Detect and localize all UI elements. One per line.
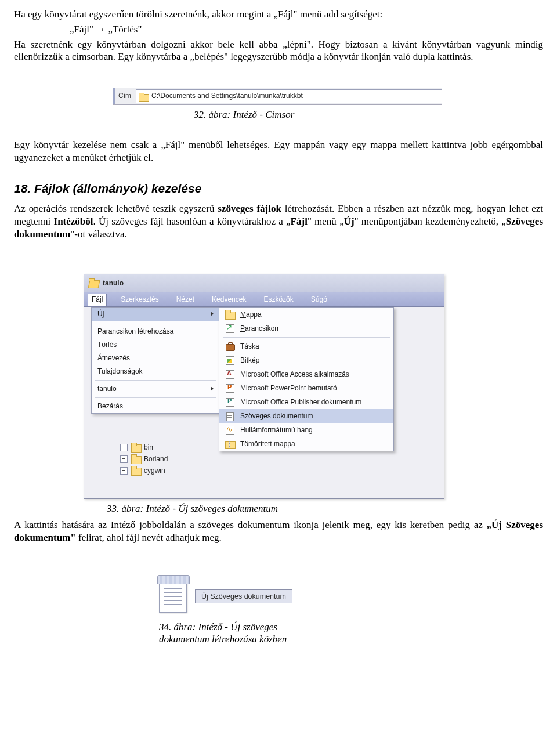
- submenu-label: Táska: [240, 342, 259, 351]
- paragraph: Ha egy könyvtárat egyszerűen törölni sze…: [14, 8, 543, 21]
- paragraph: A kattintás hatására az Intéző jobboldal…: [14, 519, 543, 544]
- submenu-item[interactable]: Mappa: [219, 308, 393, 321]
- paragraph: Egy könyvtár kezelése nem csak a „Fájl" …: [14, 139, 543, 164]
- figure-33: tanulo Fájl Szerkesztés Nézet Kedvencek …: [84, 274, 543, 499]
- explorer-window: tanulo Fájl Szerkesztés Nézet Kedvencek …: [84, 274, 444, 499]
- address-bar: Cím C:\Documents and Settings\tanulo\mun…: [113, 88, 442, 105]
- paragraph: Az operációs rendszerek lehetővé teszik …: [14, 202, 543, 240]
- submenu-item[interactable]: Microsoft PowerPoint bemutató: [219, 381, 393, 395]
- menu-item-file[interactable]: Fájl: [88, 294, 107, 305]
- submenu-item[interactable]: Microsoft Office Access alkalmazás: [219, 367, 393, 381]
- figure-33-caption: 33. ábra: Intéző - Új szöveges dokumentu…: [107, 502, 543, 515]
- menu-item-help[interactable]: Súgó: [308, 294, 331, 305]
- menu-item-tools[interactable]: Eszközök: [260, 294, 296, 305]
- address-path: C:\Documents and Settings\tanulo\munka\t…: [151, 92, 303, 100]
- submenu-item[interactable]: Táska: [219, 339, 393, 353]
- pub-icon: [225, 397, 234, 407]
- tree-item[interactable]: +cygwin: [93, 465, 168, 476]
- bag-icon: [225, 342, 234, 351]
- menu-item-favorites[interactable]: Kedvencek: [208, 294, 249, 305]
- submenu-label: Microsoft Office Publisher dokumentum: [240, 398, 361, 407]
- tree-item[interactable]: +bin: [93, 442, 168, 453]
- menu-new[interactable]: Új: [92, 308, 219, 321]
- folder-icon: [131, 454, 140, 464]
- submenu-label: Bitkép: [240, 356, 259, 365]
- figure-34-caption: 34. ábra: Intéző - Új szöveges dokumentu…: [159, 621, 379, 646]
- chevron-right-icon: [211, 312, 214, 316]
- folder-open-icon: [89, 278, 98, 288]
- menu-tanulo[interactable]: tanulo: [92, 382, 219, 396]
- folder-icon: [225, 310, 234, 319]
- window-title: tanulo: [103, 279, 124, 288]
- submenu-item[interactable]: Bitkép: [219, 353, 393, 367]
- wav-icon: [225, 425, 234, 435]
- text-file-icon: [159, 580, 187, 613]
- section-heading: 18. Fájlok (állományok) kezelése: [14, 181, 543, 197]
- paragraph-indent: „Fájl" → „Törlés": [70, 23, 543, 36]
- paragraph: Ha szeretnénk egy könyvtárban dolgozni a…: [14, 38, 543, 64]
- figure-32-caption: 32. ábra: Intéző - Címsor: [194, 108, 543, 121]
- folder-icon: [139, 93, 148, 100]
- address-label: Cím: [117, 92, 136, 100]
- txt-icon: [225, 411, 234, 421]
- ppt-icon: [225, 384, 234, 393]
- submenu-label: Mappa: [240, 310, 262, 319]
- submenu-item[interactable]: Tömörített mappa: [219, 437, 393, 451]
- figure-32: Cím C:\Documents and Settings\tanulo\mun…: [113, 88, 543, 105]
- zip-icon: [225, 439, 234, 448]
- address-field[interactable]: C:\Documents and Settings\tanulo\munka\t…: [136, 89, 442, 103]
- menu-close[interactable]: Bezárás: [92, 400, 219, 413]
- folder-icon: [131, 466, 140, 475]
- submenu-label: Hullámformátumú hang: [240, 426, 313, 435]
- menubar: Fájl Szerkesztés Nézet Kedvencek Eszközö…: [84, 292, 444, 307]
- submenu-item[interactable]: Szöveges dokumentum: [219, 409, 393, 423]
- new-submenu: MappaParancsikonTáskaBitképMicrosoft Off…: [219, 307, 394, 451]
- submenu-item[interactable]: Microsoft Office Publisher dokumentum: [219, 395, 393, 409]
- tree-item[interactable]: +Borland: [93, 453, 168, 465]
- menu-delete[interactable]: Törlés: [92, 338, 219, 352]
- submenu-label: Microsoft Office Access alkalmazás: [240, 370, 349, 379]
- submenu-label: Szöveges dokumentum: [240, 412, 313, 421]
- file-menu: Új Parancsikon létrehozása Törlés Átneve…: [91, 307, 220, 414]
- submenu-label: Tömörített mappa: [240, 440, 295, 448]
- submenu-item[interactable]: Parancsikon: [219, 321, 393, 335]
- explorer-body: Új Parancsikon létrehozása Törlés Átneve…: [84, 307, 444, 498]
- menu-item-edit[interactable]: Szerkesztés: [117, 294, 162, 305]
- new-file-name-field[interactable]: Új Szöveges dokumentum: [195, 589, 292, 603]
- figure-34: Új Szöveges dokumentum 34. ábra: Intéző …: [159, 580, 379, 646]
- menu-item-view[interactable]: Nézet: [173, 294, 198, 305]
- menu-properties[interactable]: Tulajdonságok: [92, 365, 219, 378]
- folder-icon: [131, 443, 140, 452]
- menu-rename[interactable]: Átnevezés: [92, 352, 219, 365]
- titlebar: tanulo: [84, 274, 444, 292]
- access-icon: [225, 370, 234, 379]
- submenu-item[interactable]: Hullámformátumú hang: [219, 423, 393, 437]
- chevron-right-icon: [211, 386, 214, 391]
- bmp-icon: [225, 356, 234, 365]
- folder-tree: +bin +Borland +cygwin: [93, 442, 168, 476]
- submenu-label: Parancsikon: [240, 324, 278, 333]
- menu-create-shortcut[interactable]: Parancsikon létrehozása: [92, 325, 219, 338]
- submenu-label: Microsoft PowerPoint bemutató: [240, 384, 337, 393]
- shortcut-icon: [225, 324, 234, 333]
